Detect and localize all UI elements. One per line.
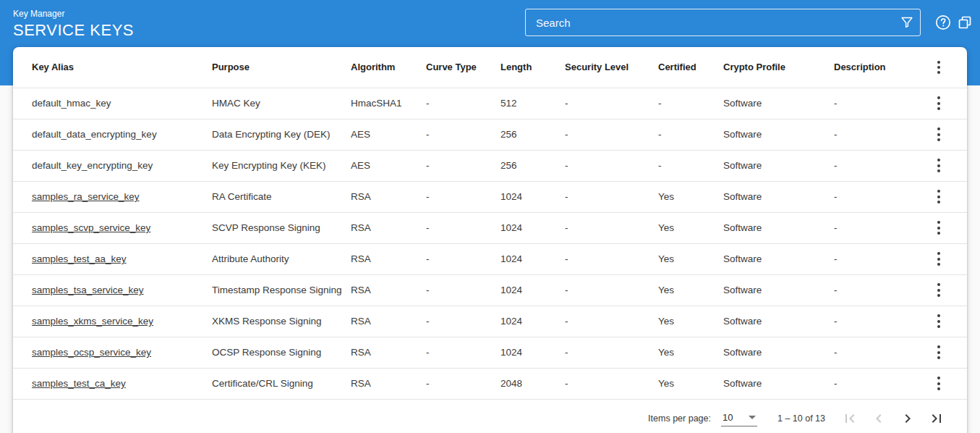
length-cell: 1024 [500, 181, 565, 212]
next-page-button[interactable] [893, 404, 922, 433]
kebab-icon [937, 189, 940, 205]
curve-type-cell: - [426, 212, 500, 243]
security-level-cell: - [565, 368, 658, 399]
table-row: samples_test_ca_key Certificate/CRL Sign… [13, 368, 967, 399]
crypto-profile-cell: Software [723, 368, 834, 399]
curve-type-cell: - [426, 150, 500, 181]
column-header-curve-type: Curve Type [426, 47, 500, 88]
crypto-profile-cell: Software [723, 306, 834, 337]
algorithm-cell: RSA [351, 181, 426, 212]
page-title: SERVICE KEYS [13, 21, 134, 40]
row-actions-menu-button[interactable] [929, 280, 949, 300]
key-alias-link[interactable]: samples_test_aa_key [32, 253, 127, 264]
curve-type-cell: - [426, 181, 500, 212]
crypto-profile-cell: Software [723, 337, 834, 368]
security-level-cell: - [565, 337, 658, 368]
crypto-profile-cell: Software [723, 88, 834, 119]
table-header-row: Key Alias Purpose Algorithm Curve Type L… [13, 47, 967, 88]
row-actions-menu-button[interactable] [929, 93, 949, 114]
length-cell: 256 [500, 150, 565, 181]
chevron-left-icon [870, 410, 887, 427]
security-level-cell: - [565, 150, 658, 181]
curve-type-cell: - [426, 368, 500, 399]
description-cell: - [834, 274, 926, 306]
column-header-security-level: Security Level [565, 47, 658, 88]
crypto-profile-cell: Software [723, 212, 834, 243]
length-cell: 256 [500, 119, 565, 150]
length-cell: 1024 [500, 212, 565, 243]
chevron-down-icon [749, 416, 756, 419]
curve-type-cell: - [426, 306, 500, 337]
row-actions-menu-button[interactable] [929, 311, 949, 332]
security-level-cell: - [565, 119, 658, 150]
algorithm-cell: HmacSHA1 [351, 88, 426, 119]
table-row: samples_scvp_service_key SCVP Response S… [13, 212, 967, 243]
length-cell: 2048 [500, 368, 565, 399]
certified-cell: - [658, 119, 723, 150]
row-actions-menu-button[interactable] [929, 187, 949, 207]
security-level-cell: - [565, 306, 658, 337]
key-alias-text: default_data_encrypting_key [32, 129, 157, 140]
last-page-icon [928, 410, 945, 427]
description-cell: - [834, 243, 926, 274]
certified-cell: - [658, 88, 723, 119]
key-alias-link[interactable]: samples_xkms_service_key [32, 316, 153, 327]
row-actions-menu-button[interactable] [929, 218, 949, 238]
filter-button[interactable] [894, 9, 920, 35]
crypto-profile-cell: Software [723, 119, 834, 150]
service-keys-card: Key Alias Purpose Algorithm Curve Type L… [13, 47, 967, 433]
crypto-profile-cell: Software [723, 150, 834, 181]
multiple-windows-button[interactable] [952, 9, 978, 35]
table-row: samples_ocsp_service_key OCSP Response S… [13, 337, 967, 368]
length-cell: 1024 [500, 306, 565, 337]
key-alias-link[interactable]: samples_ocsp_service_key [32, 347, 151, 358]
length-cell: 1024 [500, 243, 565, 274]
kebab-icon [937, 314, 940, 329]
certified-cell: Yes [658, 243, 723, 274]
paginator: Items per page: 10 1 – 10 of 13 [13, 400, 967, 433]
row-actions-menu-button[interactable] [929, 156, 949, 176]
key-alias-link[interactable]: samples_scvp_service_key [32, 222, 150, 233]
kebab-icon [937, 376, 940, 392]
security-level-cell: - [565, 88, 658, 119]
row-actions-menu-button[interactable] [929, 374, 949, 394]
description-cell: - [834, 88, 926, 119]
key-alias-link[interactable]: samples_ra_service_key [32, 191, 140, 202]
service-keys-table: Key Alias Purpose Algorithm Curve Type L… [13, 47, 967, 400]
kebab-icon [937, 251, 940, 267]
row-actions-menu-button[interactable] [929, 342, 949, 363]
kebab-icon [937, 158, 940, 174]
algorithm-cell: RSA [351, 212, 426, 243]
items-per-page-select[interactable]: 10 [721, 411, 757, 426]
table-row: samples_xkms_service_key XKMS Response S… [13, 306, 967, 337]
security-level-cell: - [565, 181, 658, 212]
kebab-icon [937, 282, 940, 298]
table-menu-button[interactable] [929, 57, 949, 77]
column-header-algorithm: Algorithm [351, 47, 426, 88]
description-cell: - [834, 306, 926, 337]
certified-cell: Yes [658, 212, 723, 243]
last-page-button[interactable] [922, 404, 951, 433]
certified-cell: Yes [658, 181, 723, 212]
curve-type-cell: - [426, 119, 500, 150]
purpose-cell: Certificate/CRL Signing [212, 368, 351, 399]
key-alias-text: default_key_encrypting_key [32, 160, 153, 171]
search-input[interactable] [526, 17, 894, 29]
kebab-icon [937, 59, 940, 75]
column-header-length: Length [500, 47, 565, 88]
filter-icon [899, 14, 915, 30]
purpose-cell: Timestamp Response Signing [212, 274, 351, 306]
security-level-cell: - [565, 274, 658, 306]
crypto-profile-cell: Software [723, 274, 834, 306]
key-alias-link[interactable]: samples_test_ca_key [32, 378, 126, 389]
row-actions-menu-button[interactable] [929, 125, 949, 145]
row-actions-menu-button[interactable] [929, 249, 949, 269]
key-alias-link[interactable]: samples_tsa_service_key [32, 285, 144, 295]
table-row: default_hmac_key HMAC Key HmacSHA1 - 512… [13, 88, 967, 119]
purpose-cell: HMAC Key [212, 88, 351, 119]
security-level-cell: - [565, 243, 658, 274]
certified-cell: Yes [658, 274, 723, 306]
length-cell: 1024 [500, 274, 565, 306]
algorithm-cell: RSA [351, 306, 426, 337]
purpose-cell: Key Encrypting Key (KEK) [212, 150, 351, 181]
